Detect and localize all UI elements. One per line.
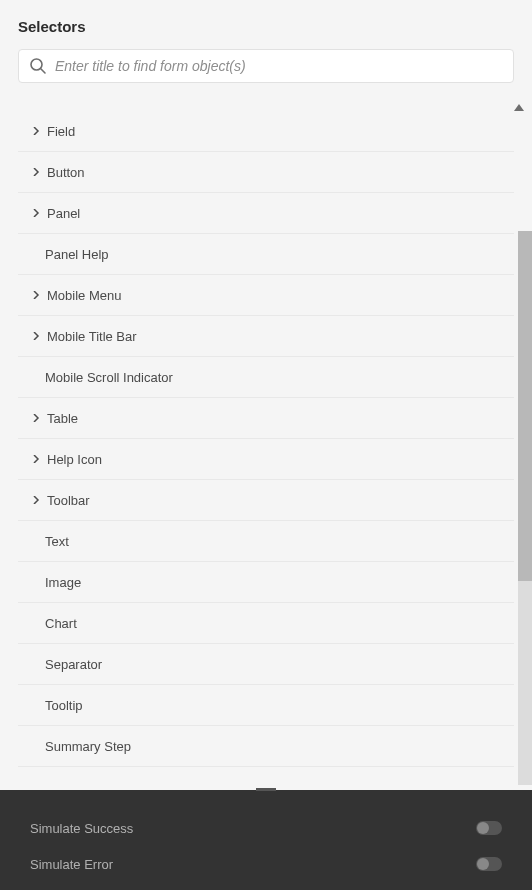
chevron-right-icon (32, 291, 40, 299)
chevron-right-icon (32, 332, 40, 340)
list-item[interactable]: Table (18, 398, 514, 439)
list-item[interactable]: Tooltip (18, 685, 514, 726)
list-item[interactable]: Separator (18, 644, 514, 685)
list-item[interactable]: Field (18, 111, 514, 152)
list-item[interactable]: Mobile Scroll Indicator (18, 357, 514, 398)
chevron-right-icon (32, 168, 40, 176)
page-title: Selectors (18, 18, 514, 35)
list-item-label: Mobile Menu (47, 288, 121, 303)
list-item[interactable]: Mobile Menu (18, 275, 514, 316)
list-item[interactable]: Summary Step (18, 726, 514, 767)
list-item[interactable]: Text (18, 521, 514, 562)
drag-handle-icon[interactable] (256, 788, 276, 791)
list-item-label: Button (47, 165, 85, 180)
toggle-knob (477, 822, 489, 834)
scroll-up-arrow-icon[interactable] (514, 104, 524, 111)
list-item-label: Tooltip (45, 698, 83, 713)
list-item-label: Chart (45, 616, 77, 631)
list-item[interactable]: Help Icon (18, 439, 514, 480)
list-item-label: Mobile Title Bar (47, 329, 137, 344)
list-item[interactable]: Toolbar (18, 480, 514, 521)
list-item-label: Field (47, 124, 75, 139)
chevron-right-icon (32, 496, 40, 504)
list-item[interactable]: Button (18, 152, 514, 193)
list-item[interactable]: Image (18, 562, 514, 603)
search-icon (29, 57, 47, 75)
list-item[interactable]: Panel (18, 193, 514, 234)
search-wrapper[interactable] (18, 49, 514, 83)
chevron-right-icon (32, 209, 40, 217)
list-item[interactable]: Panel Help (18, 234, 514, 275)
list-item-label: Panel Help (45, 247, 109, 262)
simulate-error-label: Simulate Error (30, 857, 113, 872)
list-item-label: Table (47, 411, 78, 426)
list-item[interactable]: Mobile Title Bar (18, 316, 514, 357)
search-container (0, 49, 532, 101)
panel-header: Selectors (0, 0, 532, 49)
simulate-error-toggle[interactable] (476, 857, 502, 871)
search-input[interactable] (55, 58, 503, 74)
list-item-label: Summary Step (45, 739, 131, 754)
simulate-error-row: Simulate Error (30, 846, 502, 882)
scrollbar-thumb[interactable] (518, 231, 532, 581)
list-item-label: Toolbar (47, 493, 90, 508)
chevron-right-icon (32, 414, 40, 422)
list-item-label: Text (45, 534, 69, 549)
list-item-label: Separator (45, 657, 102, 672)
selector-list: FieldButtonPanelPanel HelpMobile MenuMob… (18, 111, 514, 767)
chevron-right-icon (32, 455, 40, 463)
list-item-label: Help Icon (47, 452, 102, 467)
simulate-success-label: Simulate Success (30, 821, 133, 836)
toggle-knob (477, 858, 489, 870)
simulate-success-toggle[interactable] (476, 821, 502, 835)
simulate-success-row: Simulate Success (30, 810, 502, 846)
chevron-right-icon (32, 127, 40, 135)
list-item-label: Panel (47, 206, 80, 221)
svg-line-1 (41, 69, 45, 73)
list-item-label: Mobile Scroll Indicator (45, 370, 173, 385)
list-container: FieldButtonPanelPanel HelpMobile MenuMob… (0, 101, 532, 785)
footer-panel: Simulate Success Simulate Error (0, 790, 532, 890)
list-item-label: Image (45, 575, 81, 590)
list-item[interactable]: Chart (18, 603, 514, 644)
